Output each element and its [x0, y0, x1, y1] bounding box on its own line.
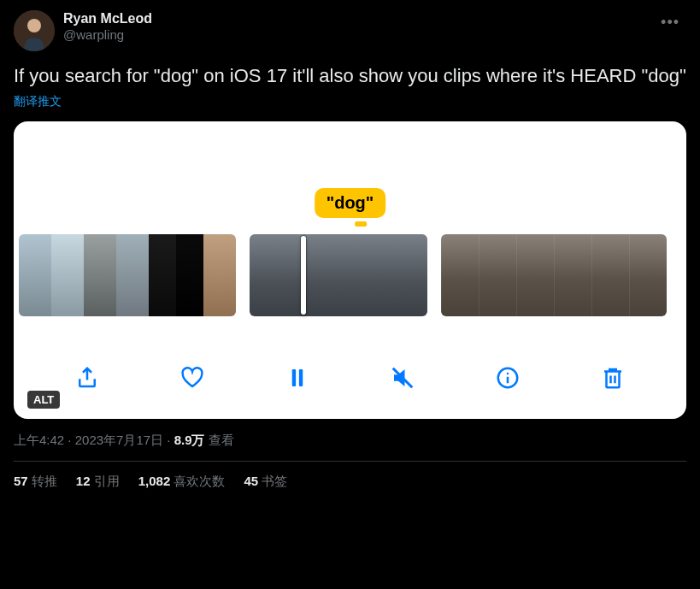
views-count: 8.9万 [174, 433, 205, 447]
trash-icon [600, 365, 626, 391]
clip-timeline[interactable] [14, 234, 686, 316]
svg-point-6 [507, 372, 509, 374]
clip-frame [591, 234, 629, 316]
stat-quotes[interactable]: 12 引用 [76, 474, 120, 490]
pause-icon [285, 365, 310, 391]
clip-frame [19, 234, 51, 316]
avatar-image [14, 10, 55, 51]
info-button[interactable] [491, 361, 525, 395]
clip-group[interactable] [19, 234, 236, 316]
clip-frame [84, 234, 116, 316]
meta-time[interactable]: 上午4:42 [14, 433, 64, 447]
stat-label: 喜欢次数 [174, 474, 225, 488]
svg-rect-2 [292, 369, 296, 386]
mute-icon [390, 365, 415, 391]
stat-count: 57 [14, 474, 28, 488]
search-label-bubble: "dog" [315, 188, 386, 218]
clip-frame [250, 234, 294, 316]
clip-frame [554, 234, 591, 316]
clip-frame [116, 234, 149, 316]
clip-frame [441, 234, 479, 316]
media-card[interactable]: "dog" [14, 121, 686, 419]
playhead[interactable] [301, 236, 306, 315]
clip-frame [51, 234, 84, 316]
stat-likes[interactable]: 1,082 喜欢次数 [138, 474, 226, 490]
translate-link[interactable]: 翻译推文 [14, 94, 686, 109]
more-button[interactable]: ••• [654, 10, 686, 35]
clip-frame [203, 234, 236, 316]
stat-bookmarks[interactable]: 45 书签 [244, 474, 287, 490]
tweet-stats: 57 转推 12 引用 1,082 喜欢次数 45 书签 [14, 474, 686, 490]
heart-icon [179, 365, 205, 391]
ellipsis-icon: ••• [661, 14, 679, 31]
author-names: Ryan McLeod @warpling [63, 10, 645, 44]
stat-label: 引用 [94, 474, 120, 488]
clip-group[interactable] [250, 234, 427, 316]
stat-count: 12 [76, 474, 91, 488]
clip-frame [516, 234, 554, 316]
trash-button[interactable] [596, 361, 630, 395]
stat-retweets[interactable]: 57 转推 [14, 474, 57, 490]
info-icon [495, 365, 521, 391]
display-name[interactable]: Ryan McLeod [63, 10, 645, 27]
media-toolbar [14, 361, 686, 395]
clip-frame [479, 234, 516, 316]
tweet-meta: 上午4:42 · 2023年7月17日 · 8.9万 查看 [14, 433, 686, 449]
clip-frame [149, 234, 176, 316]
meta-date[interactable]: 2023年7月17日 [75, 433, 163, 447]
tweet-header: Ryan McLeod @warpling ••• [14, 10, 686, 51]
mute-button[interactable] [385, 361, 420, 395]
tweet: Ryan McLeod @warpling ••• If you search … [0, 0, 700, 500]
alt-badge[interactable]: ALT [27, 391, 60, 409]
tweet-text: If you search for "dog" on iOS 17 it'll … [14, 63, 686, 89]
share-button[interactable] [70, 361, 104, 395]
stat-count: 1,082 [138, 474, 171, 488]
heart-button[interactable] [175, 361, 209, 395]
stat-label: 转推 [32, 474, 57, 488]
clip-frame [176, 234, 203, 316]
clip-group[interactable] [441, 234, 667, 316]
svg-rect-3 [299, 369, 303, 386]
avatar[interactable] [14, 10, 55, 51]
stat-count: 45 [244, 474, 258, 488]
pause-button[interactable] [280, 361, 315, 395]
handle[interactable]: @warpling [63, 27, 645, 44]
clip-frame [338, 234, 383, 316]
clip-frame [383, 234, 427, 316]
views-label: 查看 [209, 433, 234, 447]
stat-label: 书签 [262, 474, 287, 488]
share-icon [74, 365, 100, 391]
svg-point-1 [27, 19, 41, 32]
divider [14, 461, 686, 462]
clip-frame [629, 234, 667, 316]
